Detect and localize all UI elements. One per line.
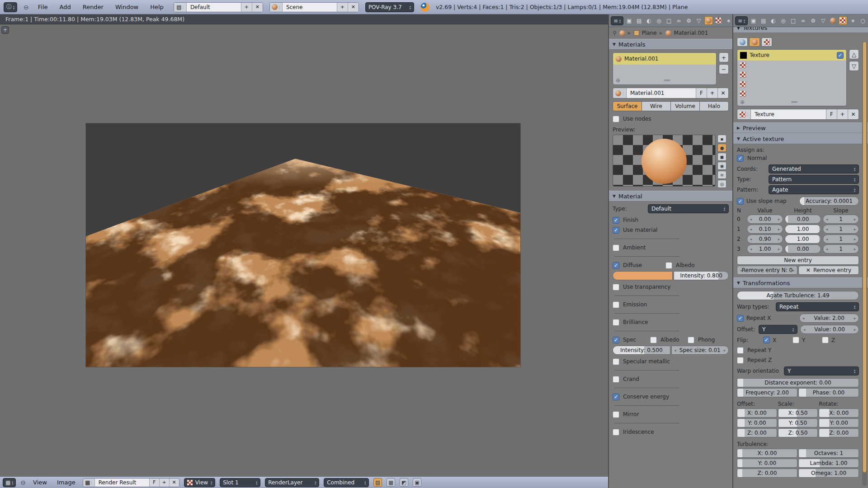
texture-browse-icon[interactable]: ▴▾ bbox=[737, 109, 751, 119]
coords-dropdown[interactable]: Generated ▴▾ bbox=[769, 164, 859, 174]
arrow-left-icon[interactable]: ◂ bbox=[675, 348, 676, 352]
rotate-z-slider[interactable]: Z: 0.00 bbox=[819, 428, 859, 437]
diffuse-albedo-checkbox[interactable] bbox=[665, 262, 672, 269]
brilliance-checkbox[interactable] bbox=[613, 319, 619, 326]
material-texture-context-button[interactable] bbox=[749, 38, 760, 47]
warp-orientation-dropdown[interactable]: Y ▴▾ bbox=[784, 366, 859, 375]
new-texture-button[interactable]: + bbox=[837, 109, 848, 119]
render-engine-dropdown[interactable]: POV-Ray 3.7 ▴▾ bbox=[365, 2, 414, 12]
render-layers-tab-icon[interactable]: ▤ bbox=[759, 16, 768, 25]
spec-intensity-slider[interactable]: Intensity: 0.500 bbox=[613, 346, 670, 355]
preview-panel-header[interactable]: ▶ Preview bbox=[733, 122, 868, 133]
image-icon[interactable]: ▦▴▾ bbox=[83, 479, 95, 487]
specular-metallic-checkbox[interactable] bbox=[613, 358, 619, 365]
slope-height-slider[interactable]: 1.00 bbox=[785, 235, 821, 244]
scrollbar-thumb[interactable] bbox=[863, 42, 867, 473]
other-texture-context-button[interactable] bbox=[761, 38, 772, 47]
material-tab-icon[interactable] bbox=[829, 16, 837, 25]
use-nodes-checkbox[interactable] bbox=[613, 116, 619, 122]
world-tab-icon[interactable]: ◎ bbox=[779, 16, 788, 25]
flip-x-checkbox[interactable]: ✓ bbox=[763, 337, 770, 343]
offset-y-slider[interactable]: Y: 0.00 bbox=[737, 418, 777, 427]
fake-user-button[interactable]: F bbox=[149, 479, 159, 487]
new-image-button[interactable]: + bbox=[159, 479, 169, 487]
add-scene-button[interactable]: + bbox=[337, 3, 348, 12]
phase-slider[interactable]: Phase: 0.00 bbox=[798, 388, 859, 397]
slope-value-field[interactable]: ◂0.10▸ bbox=[747, 225, 783, 234]
texture-name-field[interactable]: Texture bbox=[751, 109, 826, 119]
unlink-material-button[interactable]: ✕ bbox=[717, 88, 728, 98]
tab-surface[interactable]: Surface bbox=[613, 102, 642, 111]
slope-height-slider[interactable]: 0.00 bbox=[785, 244, 821, 253]
texture-enabled-checkbox[interactable]: ✓ bbox=[837, 52, 844, 59]
image-name[interactable]: Render Result bbox=[95, 479, 149, 487]
add-slot-corner-icon[interactable]: ⊕ bbox=[740, 99, 745, 105]
scene-tab-icon[interactable]: ◐ bbox=[645, 16, 653, 25]
slope-slope-field[interactable]: ◂1▸ bbox=[823, 215, 859, 224]
scene-tab-icon[interactable]: ◐ bbox=[769, 16, 778, 25]
spec-checkbox[interactable]: ✓ bbox=[613, 337, 619, 343]
delete-scene-button[interactable]: ✕ bbox=[348, 3, 359, 12]
constraints-tab-icon[interactable]: ∞ bbox=[799, 16, 807, 25]
menu-view[interactable]: View bbox=[30, 478, 50, 487]
remove-material-slot-button[interactable]: − bbox=[719, 64, 729, 74]
image-editor-type-button[interactable]: ▦ ▴▾ bbox=[3, 478, 16, 487]
warp-types-dropdown[interactable]: Repeat ▴▾ bbox=[776, 302, 859, 311]
screen-layout-icon[interactable]: ▤▴▾ bbox=[174, 3, 187, 12]
render-tab-icon[interactable]: ▣ bbox=[625, 16, 633, 25]
remove-entry-n-field[interactable]: ◂Remove entry N: 0▸ bbox=[737, 266, 797, 275]
repeat-x-value-field[interactable]: ◂Value: 2.00▸ bbox=[799, 314, 859, 323]
constraints-tab-icon[interactable]: ∞ bbox=[675, 16, 683, 25]
collapse-menus-icon[interactable]: ⊖ bbox=[20, 479, 26, 486]
rotate-x-slider[interactable]: X: 0.00 bbox=[819, 408, 859, 418]
texture-tab-icon[interactable] bbox=[714, 16, 723, 25]
menu-image[interactable]: Image bbox=[54, 478, 78, 487]
diffuse-color-swatch[interactable] bbox=[613, 271, 673, 280]
expand-region-button[interactable]: + bbox=[1, 26, 9, 34]
properties-editor-type-button[interactable]: ≡ ▴▾ bbox=[735, 16, 748, 25]
repeat-y-checkbox[interactable] bbox=[737, 347, 744, 354]
info-editor-type-button[interactable]: ⓘ ▴▾ bbox=[4, 2, 17, 12]
finish-checkbox[interactable]: ✓ bbox=[613, 217, 619, 224]
breadcrumb-material[interactable]: Material.001 bbox=[674, 30, 708, 36]
material-section-header[interactable]: ▼ Material bbox=[609, 191, 732, 202]
texture-slot-empty[interactable] bbox=[737, 89, 846, 99]
remove-entry-button[interactable]: ✕Remove entry bbox=[798, 266, 859, 275]
unlink-image-button[interactable]: ✕ bbox=[169, 479, 179, 487]
spec-albedo-checkbox[interactable] bbox=[650, 337, 657, 343]
turbulence-y-slider[interactable]: Y: 0.00 bbox=[737, 459, 797, 468]
normal-checkbox[interactable]: ✓ bbox=[737, 155, 744, 162]
conserve-energy-checkbox[interactable]: ✓ bbox=[613, 394, 619, 400]
use-transparency-checkbox[interactable] bbox=[613, 284, 619, 291]
pin-icon[interactable]: ⚲ bbox=[613, 30, 617, 36]
world-texture-context-button[interactable] bbox=[737, 38, 748, 47]
slope-value-field[interactable]: ◂0.90▸ bbox=[747, 235, 783, 244]
flip-y-checkbox[interactable] bbox=[793, 337, 799, 343]
materials-panel-header[interactable]: ▼ Materials bbox=[609, 39, 732, 50]
object-data-tab-icon[interactable]: ▽ bbox=[694, 16, 703, 25]
frequency-slider[interactable]: Frequency: 2.00 bbox=[737, 388, 797, 397]
fake-user-button[interactable]: F bbox=[826, 109, 837, 119]
scene-name[interactable]: Scene bbox=[283, 3, 337, 12]
slope-value-field[interactable]: ◂0.00▸ bbox=[747, 215, 783, 224]
delete-layout-button[interactable]: ✕ bbox=[252, 3, 263, 12]
agate-turbulence-slider[interactable]: Agate Turbulence: 1.49 bbox=[737, 291, 859, 300]
render-tab-icon[interactable]: ▣ bbox=[749, 16, 758, 25]
slope-slope-field[interactable]: ◂1▸ bbox=[823, 235, 859, 244]
omega-slider[interactable]: Omega: 1.00 bbox=[798, 469, 859, 478]
draw-alpha-toggle[interactable]: ▦ bbox=[387, 478, 395, 487]
object-data-tab-icon[interactable]: ▽ bbox=[819, 16, 827, 25]
scene-icon[interactable]: ▴▾ bbox=[270, 3, 283, 12]
preview-world-button[interactable]: ◎ bbox=[717, 180, 726, 188]
menu-window[interactable]: Window bbox=[113, 3, 141, 11]
iridescence-checkbox[interactable] bbox=[613, 429, 619, 436]
add-slot-corner-icon[interactable]: ⊕ bbox=[616, 77, 620, 84]
mirror-checkbox[interactable] bbox=[613, 411, 619, 418]
unlink-texture-button[interactable]: ✕ bbox=[848, 109, 859, 119]
move-texture-down-button[interactable]: ▽ bbox=[849, 61, 859, 71]
slope-value-field[interactable]: ◂1.00▸ bbox=[747, 244, 783, 253]
modifiers-tab-icon[interactable]: ⚙ bbox=[684, 16, 693, 25]
texture-type-dropdown[interactable]: Pattern ▴▾ bbox=[769, 175, 859, 184]
ambient-checkbox[interactable] bbox=[613, 244, 619, 251]
preview-monkey-button[interactable]: ◉ bbox=[717, 162, 726, 170]
